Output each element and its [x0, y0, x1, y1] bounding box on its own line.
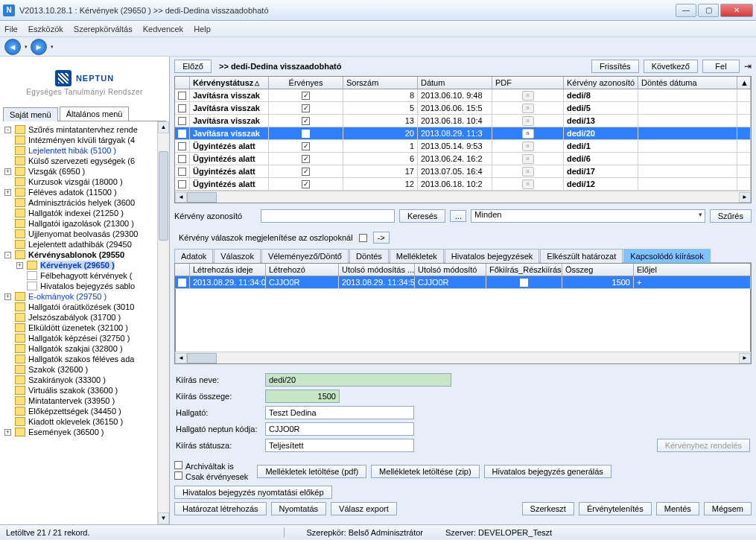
tab-kapcsolodo[interactable]: Kapcsolódó kiírások — [623, 249, 710, 263]
refresh-button[interactable]: Frissítés — [591, 60, 639, 73]
tree-expand-icon[interactable]: - — [4, 127, 11, 133]
col2-sign[interactable]: Előjel — [634, 264, 751, 276]
close-button[interactable]: ✕ — [720, 4, 753, 17]
mid-go-button[interactable]: -> — [373, 232, 390, 244]
nav-fwd-button[interactable]: ► — [31, 39, 47, 55]
tab-general-menu[interactable]: Általános menü — [60, 107, 130, 121]
row-checkbox[interactable] — [178, 180, 186, 188]
cell-valid-check[interactable]: ✓ — [302, 117, 310, 125]
row-checkbox[interactable] — [178, 117, 186, 125]
grid-row[interactable]: Javításra visszak✓82013.06.10. 9:48adedi… — [175, 89, 751, 102]
nav-back-button[interactable]: ◄ — [4, 39, 21, 55]
grid2-row-check[interactable] — [178, 279, 186, 287]
tree-item[interactable]: -Szűrés mintatantervhez rende — [1, 124, 168, 135]
tab-dontes[interactable]: Döntés — [349, 249, 389, 263]
tree-item[interactable]: Hallgatók képzései (32750 ) — [1, 333, 168, 343]
tree-item[interactable]: Hallgatói igazolások (21300 ) — [1, 218, 168, 229]
row-checkbox[interactable] — [178, 142, 186, 150]
col2-amount[interactable]: Összeg — [562, 264, 634, 276]
cell-valid-check[interactable]: ✓ — [302, 130, 310, 138]
btn-cancel[interactable]: Mégsem — [704, 502, 752, 515]
grid-row[interactable]: Ügyintézés alatt✓172013.07.05. 16:4adedi… — [175, 165, 751, 178]
col2-modby[interactable]: Utolsó módosító — [415, 264, 486, 276]
assign-button[interactable]: Kérvényhez rendelés — [657, 439, 750, 452]
tree-item[interactable]: Lejelentett hibák (5100 ) — [1, 145, 168, 156]
row-checkbox[interactable] — [178, 155, 186, 163]
cell-valid-check[interactable]: ✓ — [302, 92, 310, 100]
grid2-hscroll[interactable]: ◄ ► — [175, 352, 751, 363]
tree-item[interactable]: Jelszószabályok (31700 ) — [1, 312, 168, 323]
tree-item[interactable]: +Vizsgák (6950 ) — [1, 166, 168, 177]
val-statusz[interactable]: Teljesített — [265, 439, 414, 452]
cell-valid-check[interactable]: ✓ — [302, 155, 310, 163]
pdf-icon[interactable]: a — [522, 104, 534, 113]
col2-created[interactable]: Létrehozás ideje — [190, 264, 266, 276]
prev-button[interactable]: Előző — [174, 60, 212, 73]
filter-select[interactable]: Minden — [471, 209, 705, 223]
tab-velemenyezo[interactable]: Véleményező/Döntő — [261, 249, 349, 263]
col-id[interactable]: Kérvény azonosító — [564, 77, 638, 89]
tree-item[interactable]: Intézményen kívüli tárgyak (4 — [1, 135, 168, 145]
grid2-main-check[interactable]: ✓ — [520, 279, 528, 287]
val-kiiras-neve[interactable]: dedi/20 — [265, 373, 451, 387]
row-checkbox[interactable] — [178, 92, 186, 100]
tree-item[interactable]: +E-okmányok (29750 ) — [1, 291, 168, 302]
tab-hatarozat[interactable]: Elkészült határozat — [540, 249, 623, 263]
btn-decree[interactable]: Határozat létrehozás — [174, 502, 267, 515]
tree-item[interactable]: Félbehagyott kérvények ( — [1, 270, 168, 281]
tree-item[interactable]: +Kérvények (29650 ) — [1, 260, 168, 270]
tree-item[interactable]: +Események (36500 ) — [1, 427, 168, 437]
grid2-row[interactable]: 2013.08.29. 11:34:0 CJJO0R 2013.08.29. 1… — [175, 276, 751, 289]
tree-item[interactable]: Szakirányok (33300 ) — [1, 375, 168, 385]
tree-item[interactable]: Hallgatók szakos féléves ada — [1, 354, 168, 364]
col-pdf[interactable]: PDF — [492, 77, 564, 89]
g2-hscroll-thumb[interactable] — [187, 353, 217, 363]
btn-edit[interactable]: Szerkeszt — [522, 502, 574, 515]
tree-expand-icon[interactable]: + — [4, 293, 11, 300]
pin-icon[interactable]: ⇥ — [744, 61, 752, 72]
col-status[interactable]: Kérvénystátusz — [193, 78, 253, 87]
btn-preview[interactable]: Hivatalos bejegyzés nyomtatási előkép — [174, 486, 332, 499]
g2-hscroll-left-icon[interactable]: ◄ — [175, 353, 187, 363]
nav-fwd-dropdown[interactable]: ▾ — [51, 44, 54, 50]
tree-menu[interactable]: -Szűrés mintatantervhez rendeIntézményen… — [0, 121, 169, 524]
row-checkbox[interactable] — [178, 104, 186, 112]
tree-item[interactable]: Virtuális szakok (33600 ) — [1, 385, 168, 396]
pdf-icon[interactable]: a — [522, 142, 534, 151]
col-date[interactable]: Dátum — [418, 77, 492, 89]
scroll-thumb[interactable] — [159, 151, 168, 241]
cell-valid-check[interactable]: ✓ — [302, 180, 310, 188]
related-grid[interactable]: Létrehozás ideje Létrehozó Utolsó módosí… — [174, 263, 752, 364]
grid-row[interactable]: Javításra visszak✓52013.06.06. 15:5adedi… — [175, 102, 751, 115]
tree-expand-icon[interactable]: - — [4, 252, 11, 258]
val-neptun[interactable]: CJJO0R — [265, 422, 414, 436]
col2-modts[interactable]: Utolsó módosítás ... — [339, 264, 415, 276]
next-button[interactable]: Következő — [644, 60, 698, 73]
search-more-button[interactable]: ... — [450, 210, 466, 222]
tree-item[interactable]: Kurzusok vizsgái (18000 ) — [1, 177, 168, 187]
hscroll-left-icon[interactable]: ◄ — [175, 192, 187, 203]
menu-help[interactable]: Help — [194, 25, 211, 34]
tree-item[interactable]: Lejelentett adathibák (29450 — [1, 239, 168, 250]
col2-main[interactable]: Főkiírás_Részkiírás — [486, 264, 562, 276]
requests-grid[interactable]: Kérvénystátusz△ Érvényes Sorszám Dátum P… — [174, 76, 752, 203]
tree-item[interactable]: +Féléves adatok (11500 ) — [1, 187, 168, 197]
scroll-down-icon[interactable]: ▼ — [158, 512, 169, 524]
grid-row[interactable]: Javításra visszak✓132013.06.18. 10:4aded… — [175, 115, 751, 127]
grid-row[interactable]: Javításra visszak✓202013.08.29. 11:3aded… — [175, 127, 751, 140]
menu-fav[interactable]: Kedvencek — [143, 25, 183, 34]
tree-item[interactable]: Hallgatói óraütközések (3010 — [1, 302, 168, 312]
tree-item[interactable]: -Kérvénysablonok (29550 — [1, 250, 168, 260]
col-seq[interactable]: Sorszám — [343, 77, 418, 89]
btn-save[interactable]: Mentés — [656, 502, 699, 515]
btn-export[interactable]: Válasz export — [331, 502, 397, 515]
grid-row[interactable]: Ügyintézés alatt✓62013.06.24. 16:2adedi/… — [175, 153, 751, 165]
tree-item[interactable]: Mintatantervek (33950 ) — [1, 396, 168, 406]
up-button[interactable]: Fel — [702, 60, 740, 73]
tab-adatok[interactable]: Adatok — [174, 249, 213, 263]
grid-row[interactable]: Ügyintézés alatt✓122013.06.18. 10:2adedi… — [175, 178, 751, 191]
pdf-icon[interactable]: a — [522, 154, 534, 164]
pdf-icon[interactable]: a — [522, 180, 534, 189]
pdf-icon[interactable]: a — [522, 129, 534, 139]
col-decision[interactable]: Döntés dátuma — [638, 77, 737, 89]
